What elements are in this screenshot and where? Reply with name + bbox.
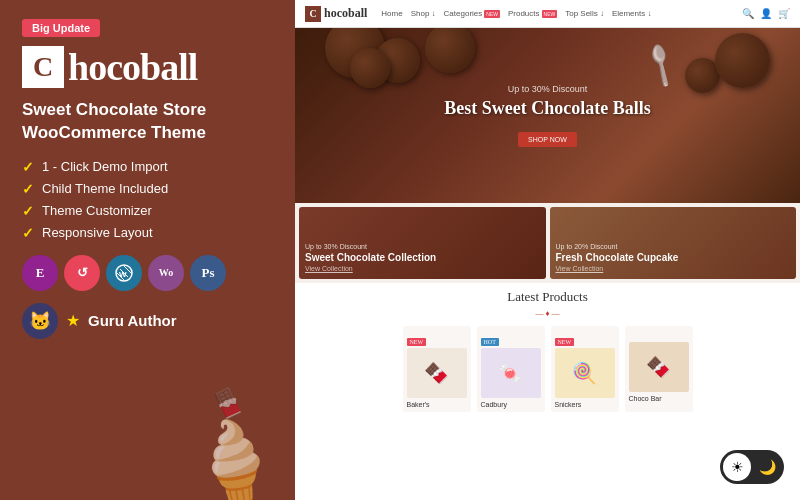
right-panel: C hocoball Home Shop ↓ Categories Produc… (295, 0, 800, 500)
checkmark-icon: ✓ (22, 159, 34, 175)
tagline: Sweet Chocolate StoreWooCommerce Theme (22, 99, 273, 145)
logo-box: C (22, 46, 64, 88)
feature-label: Child Theme Included (42, 181, 168, 196)
wordpress-icon: W (106, 255, 142, 291)
nav-link-categories: Categories (444, 9, 500, 18)
preview-nav-links: Home Shop ↓ Categories Products Top Sell… (381, 9, 651, 18)
hero-discount: Up to 30% Discount (444, 84, 650, 94)
product-img-bar: 🍫 (629, 342, 689, 392)
left-panel: Big Update C hocoball Sweet Chocolate St… (0, 0, 295, 500)
preview-logo-box: C (305, 6, 321, 22)
preview-hero: 🥄 Up to 30% Discount Best Sweet Chocolat… (295, 28, 800, 203)
preview-logo: C hocoball (305, 6, 367, 22)
card-text-1: Up to 30% Discount Sweet Chocolate Colle… (305, 242, 436, 273)
product-name: Cadbury (481, 401, 541, 408)
nav-link-products: Products (508, 9, 557, 18)
svg-text:W: W (119, 270, 127, 279)
product-card-bakers: NEW 🍫 Baker's (403, 326, 471, 412)
guru-badge: 🐱 ★ Guru Author (22, 303, 273, 339)
cart-icon: 🛒 (778, 8, 790, 19)
guru-text: Guru Author (88, 312, 177, 329)
hero-shop-button[interactable]: SHOP NOW (518, 132, 577, 147)
product-img-snickers: 🍭 (555, 348, 615, 398)
nav-link-shop: Shop ↓ (411, 9, 436, 18)
elementor-icon: E (22, 255, 58, 291)
feature-label: Responsive Layout (42, 225, 153, 240)
website-preview: C hocoball Home Shop ↓ Categories Produc… (295, 0, 800, 500)
product-name: Snickers (555, 401, 615, 408)
guru-icon: 🐱 (22, 303, 58, 339)
nav-link-elements: Elements ↓ (612, 9, 652, 18)
products-grid: NEW 🍫 Baker's HOT 🍬 Cadbury NEW 🍭 Snicke… (303, 326, 792, 412)
preview-nav: C hocoball Home Shop ↓ Categories Produc… (295, 0, 800, 28)
feature-label: Theme Customizer (42, 203, 152, 218)
choco-ball-6 (715, 33, 770, 88)
logo-area: C hocoball (22, 45, 273, 89)
product-badge: NEW (407, 338, 427, 346)
products-divider: — ♦ — (303, 309, 792, 318)
list-item: ✓ 1 - Click Demo Import (22, 159, 273, 175)
feature-label: 1 - Click Demo Import (42, 159, 168, 174)
hero-content: Up to 30% Discount Best Sweet Chocolate … (444, 84, 650, 147)
nav-link-topsells: Top Sells ↓ (565, 9, 604, 18)
product-name: Baker's (407, 401, 467, 408)
product-name: Choco Bar (629, 395, 689, 402)
card-text-2: Up to 20% Discount Fresh Chocolate Cupca… (556, 242, 679, 273)
star-icon: ★ (66, 311, 80, 330)
product-img-bakers: 🍫 (407, 348, 467, 398)
woocommerce-icon: Wo (148, 255, 184, 291)
choco-ball-3 (425, 28, 475, 73)
big-update-badge: Big Update (22, 19, 100, 37)
toggle-light-icon: ☀ (723, 453, 751, 481)
preview-sections: Up to 30% Discount Sweet Chocolate Colle… (295, 203, 800, 283)
product-badge: HOT (481, 338, 499, 346)
user-icon: 👤 (760, 8, 772, 19)
products-title: Latest Products (303, 289, 792, 305)
product-badge: NEW (555, 338, 575, 346)
list-item: ✓ Theme Customizer (22, 203, 273, 219)
checkmark-icon: ✓ (22, 225, 34, 241)
tech-icons-row: E ↺ W Wo Ps (22, 255, 273, 291)
checkmark-icon: ✓ (22, 181, 34, 197)
list-item: ✓ Child Theme Included (22, 181, 273, 197)
dark-mode-toggle[interactable]: ☀ 🌙 (720, 450, 784, 484)
preview-logo-text: hocoball (324, 6, 367, 21)
hero-title: Best Sweet Chocolate Balls (444, 98, 650, 120)
nav-link-home: Home (381, 9, 402, 18)
product-card-snickers: NEW 🍭 Snickers (551, 326, 619, 412)
checkmark-icon: ✓ (22, 203, 34, 219)
spoon-decoration: 🥄 (637, 41, 687, 90)
sync-icon: ↺ (64, 255, 100, 291)
logo-text: hocoball (68, 45, 197, 89)
toggle-dark-icon: 🌙 (751, 459, 784, 476)
photoshop-icon: Ps (190, 255, 226, 291)
section-card-2: Up to 20% Discount Fresh Chocolate Cupca… (550, 207, 797, 279)
preview-nav-icons: 🔍 👤 🛒 (742, 8, 790, 19)
product-card-cadbury: HOT 🍬 Cadbury (477, 326, 545, 412)
choco-ball-4 (350, 48, 390, 88)
list-item: ✓ Responsive Layout (22, 225, 273, 241)
features-list: ✓ 1 - Click Demo Import ✓ Child Theme In… (22, 159, 273, 241)
section-card-1: Up to 30% Discount Sweet Chocolate Colle… (299, 207, 546, 279)
product-img-cadbury: 🍬 (481, 348, 541, 398)
search-icon: 🔍 (742, 8, 754, 19)
product-card-bar: 🍫 Choco Bar (625, 326, 693, 412)
